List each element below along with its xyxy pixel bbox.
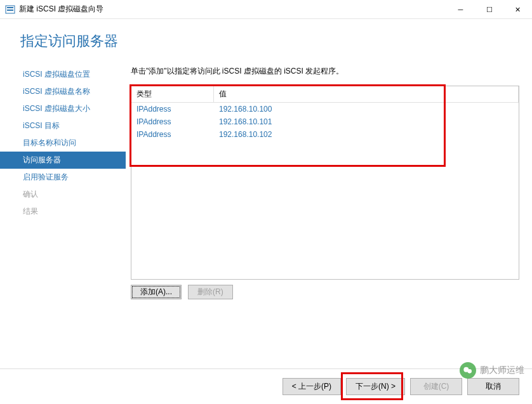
close-button[interactable]: ✕ (503, 0, 532, 19)
create-button: 创建(C) (410, 378, 462, 395)
sidebar-item-1[interactable]: iSCSI 虚拟磁盘名称 (20, 83, 121, 100)
sidebar-item-4[interactable]: 目标名称和访问 (20, 134, 121, 152)
main-panel: 单击"添加"以指定将访问此 iSCSI 虚拟磁盘的 iSCSI 发起程序。 类型… (121, 66, 519, 299)
window-controls: ─ ☐ ✕ (446, 0, 532, 18)
sidebar-item-6[interactable]: 启用验证服务 (20, 169, 121, 186)
column-header-value[interactable]: 值 (214, 86, 519, 102)
wizard-footer: < 上一步(P) 下一步(N) > 创建(C) 取消 (0, 368, 532, 404)
minimize-button[interactable]: ─ (446, 0, 475, 19)
remove-button: 删除(R) (188, 285, 233, 299)
svg-rect-2 (7, 10, 13, 11)
add-button[interactable]: 添加(A)... (131, 285, 182, 299)
svg-rect-1 (7, 7, 13, 8)
window-title: 新建 iSCSI 虚拟磁盘向导 (19, 4, 446, 15)
table-body[interactable]: IPAddress192.168.10.100IPAddress192.168.… (131, 103, 519, 279)
sidebar-item-8: 结果 (20, 203, 121, 220)
page-title: 指定访问服务器 (20, 32, 532, 51)
sidebar-item-0[interactable]: iSCSI 虚拟磁盘位置 (20, 66, 121, 83)
table-row[interactable]: IPAddress192.168.10.101 (131, 115, 519, 128)
cell-type: IPAddress (131, 103, 214, 115)
cell-value: 192.168.10.100 (214, 103, 519, 115)
table-row[interactable]: IPAddress192.168.10.100 (131, 103, 519, 115)
titlebar: 新建 iSCSI 虚拟磁盘向导 ─ ☐ ✕ (0, 0, 532, 19)
cell-value: 192.168.10.102 (214, 128, 519, 141)
cancel-button[interactable]: 取消 (467, 378, 519, 395)
app-icon (5, 4, 15, 15)
content: iSCSI 虚拟磁盘位置iSCSI 虚拟磁盘名称iSCSI 虚拟磁盘大小iSCS… (0, 66, 532, 299)
sidebar-item-7: 确认 (20, 186, 121, 203)
sidebar: iSCSI 虚拟磁盘位置iSCSI 虚拟磁盘名称iSCSI 虚拟磁盘大小iSCS… (0, 66, 121, 299)
column-header-type[interactable]: 类型 (131, 86, 214, 102)
instruction-text: 单击"添加"以指定将访问此 iSCSI 虚拟磁盘的 iSCSI 发起程序。 (131, 66, 519, 77)
cell-value: 192.168.10.101 (214, 115, 519, 128)
sidebar-item-2[interactable]: iSCSI 虚拟磁盘大小 (20, 100, 121, 117)
previous-button[interactable]: < 上一步(P) (283, 378, 341, 395)
sidebar-item-5[interactable]: 访问服务器 (0, 152, 126, 169)
table-header: 类型 值 (131, 86, 519, 103)
table-row[interactable]: IPAddress192.168.10.102 (131, 128, 519, 141)
header: 指定访问服务器 (0, 19, 532, 66)
next-button[interactable]: 下一步(N) > (346, 378, 405, 395)
maximize-button[interactable]: ☐ (475, 0, 503, 19)
table-actions: 添加(A)... 删除(R) (131, 285, 519, 299)
cell-type: IPAddress (131, 115, 214, 128)
sidebar-item-3[interactable]: iSCSI 目标 (20, 117, 121, 134)
initiators-table: 类型 值 IPAddress192.168.10.100IPAddress192… (131, 86, 519, 280)
cell-type: IPAddress (131, 128, 214, 141)
